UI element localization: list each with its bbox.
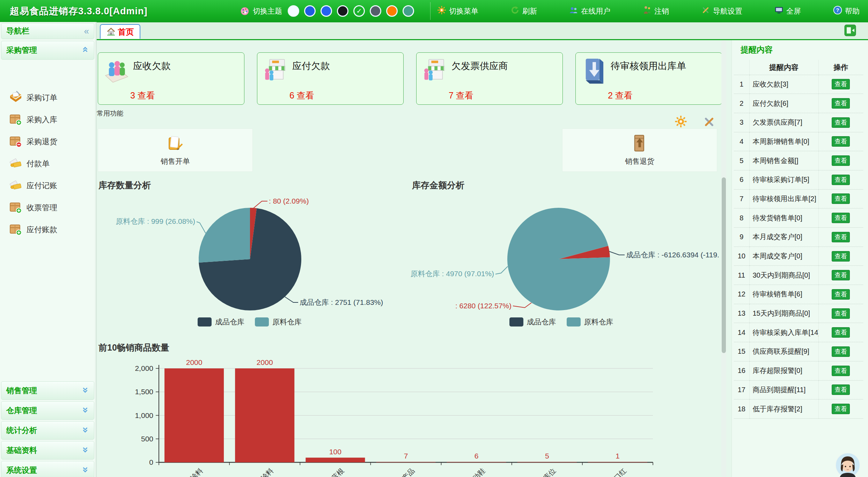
sidebar-header[interactable]: 导航栏 « xyxy=(1,23,94,39)
sidebar-item-label: 应付记账 xyxy=(27,181,57,191)
sidebar-section-统计分析[interactable]: 统计分析 xyxy=(1,421,94,440)
theme-color-black[interactable] xyxy=(337,5,348,17)
legend-label: 成品仓库 xyxy=(215,317,244,327)
topbar-action-help[interactable]: ?帮助 xyxy=(833,6,860,16)
topbar-action-refresh[interactable]: 刷新 xyxy=(510,6,537,16)
view-button[interactable]: 查看 xyxy=(832,175,850,185)
customize-gear-icon[interactable] xyxy=(675,115,687,128)
sidebar-collapse-icon[interactable]: « xyxy=(84,27,89,36)
pie-slice-原料仓库[interactable] xyxy=(507,208,610,310)
topbar-action-logout[interactable]: 注销 xyxy=(642,6,669,16)
sidebar-item-label: 应付账款 xyxy=(27,225,57,235)
view-button[interactable]: 查看 xyxy=(832,327,850,338)
chevron-up-icon xyxy=(81,46,89,55)
view-button[interactable]: 查看 xyxy=(832,384,850,395)
y-tick-label: 1,000 xyxy=(135,411,153,419)
view-button[interactable]: 查看 xyxy=(832,251,850,262)
theme-color-list: ✓ xyxy=(288,5,414,17)
view-button[interactable]: 查看 xyxy=(832,98,850,109)
theme-color-teal[interactable] xyxy=(403,5,414,17)
theme-color-gray[interactable] xyxy=(370,5,381,17)
view-button[interactable]: 查看 xyxy=(832,79,850,89)
x-category-label: 涂料 xyxy=(259,467,275,477)
theme-color-green-active[interactable]: ✓ xyxy=(353,5,365,17)
card-应付欠款[interactable]: 应付欠款6 查看 xyxy=(257,52,404,105)
card-待审核领用出库单[interactable]: 待审核领用出库单2 查看 xyxy=(575,52,722,105)
sidebar-section-purchase[interactable]: 采购管理 xyxy=(1,41,94,60)
sidebar-item-付款单[interactable]: 付款单 xyxy=(0,153,96,175)
bar-涂料[interactable] xyxy=(164,368,224,462)
sidebar-item-采购入库[interactable]: 采购入库 xyxy=(0,109,96,131)
topbar-action-tools[interactable]: 导航设置 xyxy=(701,6,742,16)
view-button[interactable]: 查看 xyxy=(832,289,850,300)
box-plus-icon xyxy=(9,222,22,237)
view-button[interactable]: 查看 xyxy=(832,308,850,319)
assistant-avatar[interactable] xyxy=(835,453,860,477)
view-button[interactable]: 查看 xyxy=(832,213,850,223)
bar-产品[interactable] xyxy=(376,462,436,462)
card-应收欠款[interactable]: 应收欠款3 查看 xyxy=(98,52,244,105)
reminder-row: 18低于库存报警[2]查看 xyxy=(734,399,863,419)
sidebar-item-采购订单[interactable]: 采购订单 xyxy=(0,87,96,109)
card-view-link[interactable]: 7 查看 xyxy=(449,90,473,101)
legend-item-原料仓库[interactable]: 原料仓库 xyxy=(255,317,302,327)
reminder-row-text: 待审核领用出库单[2] xyxy=(749,189,818,208)
legend-swatch xyxy=(567,317,581,326)
sidebar-section-仓库管理[interactable]: 仓库管理 xyxy=(1,401,94,420)
theme-color-orange[interactable] xyxy=(386,5,398,17)
x-category-label: 产品 xyxy=(400,467,416,477)
card-view-link[interactable]: 2 查看 xyxy=(608,90,633,101)
quick-tile-sales-return[interactable]: 销售退货 xyxy=(562,129,717,172)
legend-item-原料仓库[interactable]: 原料仓库 xyxy=(567,317,613,327)
view-button[interactable]: 查看 xyxy=(832,232,850,242)
sidebar-section-销售管理[interactable]: 销售管理 xyxy=(1,381,94,400)
bar-value-label: 1 xyxy=(616,452,620,460)
sidebar-section-系统设置[interactable]: 系统设置 xyxy=(1,461,94,477)
quick-tile-sales-order[interactable]: 销售开单 xyxy=(98,129,253,172)
view-button[interactable]: 查看 xyxy=(832,270,850,280)
topbar-action-gear[interactable]: 切换菜单 xyxy=(437,6,478,16)
bar-动鞋[interactable] xyxy=(447,462,506,462)
sidebar-section-label: 基础资料 xyxy=(6,445,37,456)
sidebar-item-应付记账[interactable]: 应付记账 xyxy=(0,175,96,197)
pie-slice-原料仓库[interactable] xyxy=(199,208,250,263)
reminder-row-text: 待审核采购订单[5] xyxy=(749,170,818,189)
view-button[interactable]: 查看 xyxy=(832,117,850,128)
tab-home[interactable]: 首页 xyxy=(100,24,140,39)
view-button[interactable]: 查看 xyxy=(832,136,850,147)
view-button[interactable]: 查看 xyxy=(832,404,850,414)
view-button[interactable]: 查看 xyxy=(832,155,850,166)
bar-涂料[interactable] xyxy=(235,368,294,462)
legend-item-成品仓库[interactable]: 成品仓库 xyxy=(509,317,556,327)
sidebar-item-list: 采购订单采购入库采购退货付款单应付记账收票管理应付账款 xyxy=(0,82,96,241)
panel-toggle-icon[interactable] xyxy=(844,24,856,36)
card-欠发票供应商[interactable]: 欠发票供应商7 查看 xyxy=(416,52,563,105)
bar-库位[interactable] xyxy=(517,462,577,462)
settings-tools-icon[interactable] xyxy=(703,115,716,129)
topbar-action-label: 全屏 xyxy=(786,6,801,16)
bar-口红[interactable] xyxy=(588,462,647,462)
topbar-action-monitor[interactable]: 全屏 xyxy=(774,6,801,16)
bar-蓝根[interactable] xyxy=(306,458,365,462)
theme-color-white[interactable] xyxy=(288,5,299,17)
view-button[interactable]: 查看 xyxy=(832,193,850,204)
sidebar-item-应付账款[interactable]: 应付账款 xyxy=(0,219,96,241)
reminder-row-text: 本周新增销售单[0] xyxy=(749,132,818,151)
sidebar-section-基础资料[interactable]: 基础资料 xyxy=(1,441,94,460)
theme-color-blue[interactable] xyxy=(304,5,316,17)
y-tick-label: 0 xyxy=(149,458,153,466)
card-view-link[interactable]: 6 查看 xyxy=(289,90,314,101)
sidebar-item-收票管理[interactable]: 收票管理 xyxy=(0,197,96,219)
sidebar-item-采购退货[interactable]: 采购退货 xyxy=(0,131,96,153)
label-leader-line xyxy=(513,303,531,308)
view-button[interactable]: 查看 xyxy=(832,346,850,357)
topbar-action-users[interactable]: 在线用户 xyxy=(569,6,610,16)
view-button[interactable]: 查看 xyxy=(832,366,850,376)
label-leader-line xyxy=(285,297,298,302)
legend-item-成品仓库[interactable]: 成品仓库 xyxy=(198,317,244,327)
main-scrollbar-thumb[interactable] xyxy=(722,177,726,353)
theme-color-blue2[interactable] xyxy=(321,5,332,17)
card-view-link[interactable]: 3 查看 xyxy=(130,90,155,101)
legend-label: 原料仓库 xyxy=(272,317,302,327)
reminder-row: 17商品到期提醒[11]查看 xyxy=(734,380,863,399)
